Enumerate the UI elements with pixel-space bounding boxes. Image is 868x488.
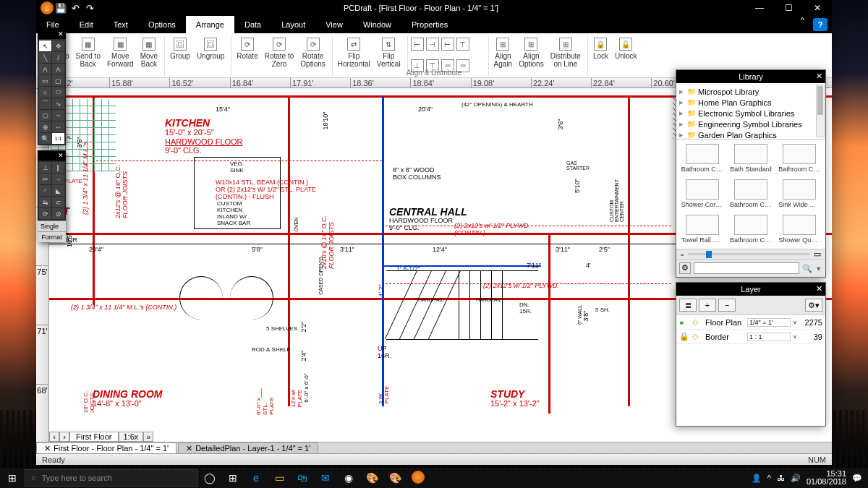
textv-tool-icon[interactable]: A — [52, 64, 64, 74]
dim-tool-icon[interactable]: ↔ — [52, 121, 64, 132]
extend-tool-icon[interactable]: → — [52, 174, 64, 184]
dropdown-icon[interactable]: ▾ — [815, 264, 822, 273]
network-icon[interactable]: 🖧 — [777, 474, 785, 482]
poly-tool-icon[interactable]: ⬡ — [39, 110, 51, 121]
rect2-tool-icon[interactable]: ▢ — [52, 75, 64, 86]
app-logo-icon[interactable]: ⌂ — [41, 1, 54, 14]
redo-icon[interactable]: ↷ — [84, 3, 95, 14]
parallel-tool-icon[interactable]: ∥ — [52, 162, 64, 173]
volume-icon[interactable]: 🔊 — [791, 474, 801, 483]
library-item[interactable]: Towel Rail Blue — [681, 215, 723, 244]
doc-tab-1[interactable]: ✕First Floor - Floor Plan - 1/4" = 1' — [36, 442, 176, 453]
editable-icon[interactable]: ◇ — [692, 317, 702, 327]
menu-window[interactable]: Window — [353, 16, 401, 33]
select-tool-icon[interactable]: ↖ — [39, 40, 51, 51]
freehand-tool-icon[interactable]: ~ — [52, 110, 64, 121]
circle-tool-icon[interactable]: ○ — [39, 87, 51, 98]
task-view-icon[interactable]: ⊞ — [221, 472, 244, 484]
mirror-tool-icon[interactable]: ⇋ — [39, 197, 51, 207]
zoom-slider[interactable]: ▫▭ — [676, 249, 825, 259]
align-top-button[interactable]: ⊤ — [456, 36, 469, 56]
arc-tool-icon[interactable]: ⌒ — [39, 98, 51, 109]
taskbar-search[interactable]: ○Type here to search — [25, 469, 198, 487]
start-button[interactable]: ⊞ — [0, 472, 25, 484]
people-icon[interactable]: 👤 — [752, 474, 762, 483]
maximize-button[interactable]: ☐ — [774, 0, 803, 16]
minimize-button[interactable]: — — [745, 0, 774, 16]
library-item[interactable]: Bathroom Ca... — [681, 144, 723, 174]
sheet-tab[interactable]: First Floor — [69, 432, 119, 442]
lock-icon[interactable]: 🔒 — [679, 332, 689, 341]
editable-icon[interactable]: ◇ — [692, 332, 702, 341]
sheet-next-button[interactable]: › — [59, 432, 69, 442]
layer-remove-button[interactable]: − — [718, 299, 736, 312]
offset-tool-icon[interactable]: ⊂ — [52, 197, 64, 207]
layer-row[interactable]: ● ◇ Floor Plan 1/4" = 1'v 2275 — [676, 315, 825, 330]
paint3d-icon[interactable]: 🎨 — [383, 472, 407, 484]
library-item[interactable]: Bath Standard — [729, 144, 772, 174]
settings-icon[interactable]: ⚙ — [679, 262, 691, 274]
save-icon[interactable]: 💾 — [55, 3, 67, 14]
mail-icon[interactable]: ✉ — [314, 472, 337, 484]
notifications-icon[interactable]: 💬 — [852, 474, 862, 483]
library-item[interactable]: Bathroom Ca... — [729, 179, 772, 209]
search-icon[interactable]: 🔍 — [802, 264, 812, 273]
align-center-button[interactable]: ⊣ — [426, 36, 439, 56]
trim-tool-icon[interactable]: ✂ — [39, 174, 51, 184]
menu-data[interactable]: Data — [234, 16, 271, 33]
perp-tool-icon[interactable]: ⊥ — [39, 162, 51, 173]
library-item[interactable]: Shower Corn... — [681, 179, 723, 209]
layer-settings-button[interactable]: ⚙▾ — [805, 299, 822, 312]
break-tool-icon[interactable]: ⊘ — [52, 208, 64, 219]
edge-icon[interactable]: e — [244, 472, 268, 484]
tree-item[interactable]: ▸📁Garden Plan Graphics — [679, 129, 822, 140]
layer-merge-button[interactable]: ≣ — [679, 299, 697, 312]
pcdraft-icon[interactable] — [407, 471, 430, 486]
rotate-tool-icon[interactable]: ⟳ — [39, 208, 51, 219]
layer-row[interactable]: 🔒 ◇ Border 1 : 1v 39 — [676, 330, 825, 344]
close-button[interactable]: ✕ — [803, 0, 832, 16]
doc-tab-2[interactable]: ✕DetailedPlan - Layer-1 - 1/4" = 1' — [178, 442, 318, 453]
text-tool-icon[interactable]: A — [39, 64, 51, 74]
scale-tool-icon[interactable]: 1:1 — [52, 133, 64, 144]
menu-text[interactable]: Text — [103, 16, 138, 33]
explorer-icon[interactable]: ▭ — [268, 472, 291, 484]
sheet-expand-button[interactable]: » — [143, 432, 153, 442]
library-item[interactable]: Bathroom Ca... — [729, 215, 772, 244]
close-icon[interactable]: ✕ — [56, 152, 66, 159]
taskbar-clock[interactable]: 15:3101/08/2018 — [807, 470, 846, 486]
layer-add-button[interactable]: + — [699, 299, 716, 312]
paint-icon[interactable]: 🎨 — [360, 472, 383, 484]
mode-single[interactable]: Single — [38, 221, 66, 231]
store-icon[interactable]: 🛍 — [291, 472, 314, 484]
library-item[interactable]: Sink Wide Oval — [778, 179, 821, 209]
close-icon[interactable]: ✕ — [44, 444, 51, 453]
undo-icon[interactable]: ↶ — [69, 3, 81, 14]
tray-expand-icon[interactable]: ^ — [767, 474, 771, 482]
menu-options[interactable]: Options — [138, 16, 186, 33]
close-icon[interactable]: ✕ — [816, 284, 822, 294]
marker-tool-icon[interactable]: ⊕ — [39, 121, 51, 132]
pan-tool-icon[interactable]: ✥ — [52, 40, 64, 51]
menu-properties[interactable]: Properties — [401, 16, 458, 33]
library-item[interactable]: Shower Quar... — [778, 215, 821, 244]
menu-arrange[interactable]: Arrange — [186, 16, 234, 33]
curve-tool-icon[interactable]: ∿ — [52, 98, 64, 109]
cortana-icon[interactable]: ◯ — [198, 472, 221, 484]
help-button[interactable]: ? — [813, 18, 827, 31]
align-right-button[interactable]: ⊢ — [441, 36, 454, 56]
line-tool-icon[interactable]: ╲ — [39, 52, 51, 63]
sheet-zoom[interactable]: 1:6x — [119, 432, 144, 442]
chamfer-tool-icon[interactable]: ◣ — [52, 185, 64, 196]
tree-item[interactable]: ▸📁Microspot Library — [679, 86, 822, 97]
align-left-button[interactable]: ⊢ — [411, 36, 424, 56]
ribbon-collapse-icon[interactable]: ^ — [796, 16, 809, 33]
chrome-icon[interactable]: ◉ — [337, 472, 360, 484]
sheet-prev-button[interactable]: ‹ — [49, 432, 59, 442]
mode-format[interactable]: Format — [38, 231, 66, 242]
ellipse-tool-icon[interactable]: ⬭ — [52, 87, 64, 98]
close-icon[interactable]: ✕ — [186, 444, 192, 453]
visibility-icon[interactable]: ● — [679, 318, 689, 327]
tree-item[interactable]: ▸📁Electronic Symbol Libraries — [679, 108, 822, 119]
scrollbar[interactable] — [816, 85, 825, 137]
